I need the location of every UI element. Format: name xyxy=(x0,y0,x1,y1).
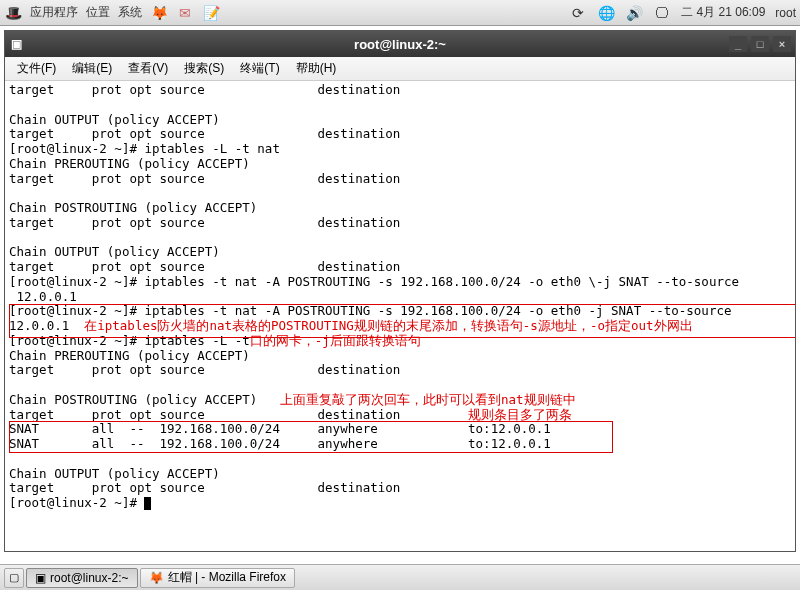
screen-icon[interactable]: 🖵 xyxy=(653,4,671,22)
terminal-content[interactable]: target prot opt source destination Chain… xyxy=(5,81,795,551)
terminal-icon: ▣ xyxy=(35,571,46,585)
titlebar[interactable]: ▣ root@linux-2:~ _ □ × xyxy=(5,31,795,57)
evolution-launcher-icon[interactable]: ✉ xyxy=(176,4,194,22)
firefox-icon: 🦊 xyxy=(149,571,164,585)
minimize-button[interactable]: _ xyxy=(729,36,747,52)
notes-launcher-icon[interactable]: 📝 xyxy=(202,4,220,22)
menu-search[interactable]: 搜索(S) xyxy=(178,58,230,79)
menu-applications[interactable]: 应用程序 xyxy=(30,4,78,21)
terminal-window: ▣ root@linux-2:~ _ □ × 文件(F) 编辑(E) 查看(V)… xyxy=(4,30,796,552)
menu-terminal[interactable]: 终端(T) xyxy=(234,58,285,79)
menu-edit[interactable]: 编辑(E) xyxy=(66,58,118,79)
volume-icon[interactable]: 🔊 xyxy=(625,4,643,22)
network-icon[interactable]: 🌐 xyxy=(597,4,615,22)
show-desktop-button[interactable]: ▢ xyxy=(4,568,24,588)
window-title: root@linux-2:~ xyxy=(354,37,446,52)
taskbar-item-firefox[interactable]: 🦊 红帽 | - Mozilla Firefox xyxy=(140,568,295,588)
menu-system[interactable]: 系统 xyxy=(118,4,142,21)
maximize-button[interactable]: □ xyxy=(751,36,769,52)
window-icon: ▣ xyxy=(11,37,22,51)
terminal-cursor xyxy=(144,497,151,510)
top-panel: 🎩 应用程序 位置 系统 🦊 ✉ 📝 ⟳ 🌐 🔊 🖵 二 4月 21 06:09… xyxy=(0,0,800,26)
menu-view[interactable]: 查看(V) xyxy=(122,58,174,79)
redhat-icon: 🎩 xyxy=(4,4,22,22)
annotation-box-2 xyxy=(9,421,613,453)
firefox-launcher-icon[interactable]: 🦊 xyxy=(150,4,168,22)
taskbar-item-terminal[interactable]: ▣ root@linux-2:~ xyxy=(26,568,138,588)
bottom-panel: ▢ ▣ root@linux-2:~ 🦊 红帽 | - Mozilla Fire… xyxy=(0,564,800,590)
clock[interactable]: 二 4月 21 06:09 xyxy=(681,4,765,21)
close-button[interactable]: × xyxy=(773,36,791,52)
user-menu[interactable]: root xyxy=(775,6,796,20)
update-icon[interactable]: ⟳ xyxy=(569,4,587,22)
menubar: 文件(F) 编辑(E) 查看(V) 搜索(S) 终端(T) 帮助(H) xyxy=(5,57,795,81)
menu-file[interactable]: 文件(F) xyxy=(11,58,62,79)
menu-help[interactable]: 帮助(H) xyxy=(290,58,343,79)
menu-places[interactable]: 位置 xyxy=(86,4,110,21)
